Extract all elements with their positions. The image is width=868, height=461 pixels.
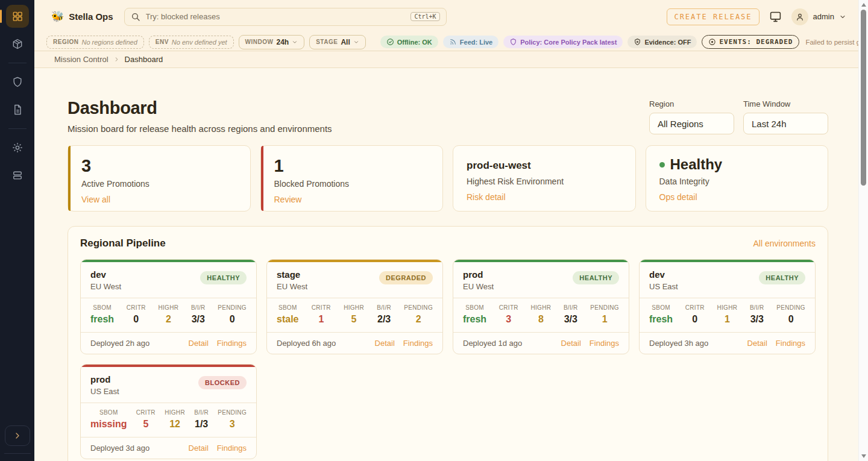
- feed-status-pill[interactable]: Feed: Live: [443, 36, 498, 48]
- sidebar-expand-button[interactable]: [5, 425, 30, 446]
- grid-icon: [11, 10, 24, 22]
- findings-link[interactable]: Findings: [403, 339, 433, 348]
- findings-link[interactable]: Findings: [776, 339, 805, 348]
- review-link[interactable]: Review: [274, 195, 302, 204]
- package-icon: [11, 38, 24, 50]
- stage-name: dev: [90, 269, 121, 280]
- global-search[interactable]: Ctrl+K: [124, 8, 447, 26]
- scroll-up-arrow[interactable]: [861, 3, 866, 7]
- region-filter-pill[interactable]: REGION No regions defined: [46, 36, 144, 49]
- header-actions: CREATE RELEASE admin: [667, 8, 846, 25]
- status-badge: DEGRADED: [379, 271, 433, 284]
- stat-value: 0: [127, 314, 146, 325]
- user-menu[interactable]: admin: [791, 8, 846, 25]
- scroll-down-arrow[interactable]: [861, 454, 866, 458]
- view-all-link[interactable]: View all: [81, 195, 110, 204]
- stat-value: 2: [404, 314, 433, 325]
- detail-link[interactable]: Detail: [747, 339, 767, 348]
- pipeline-card: prod EU West HEALTHY SBOMfresh CRITR3 HI…: [453, 259, 629, 354]
- page-title: Dashboard: [68, 98, 332, 118]
- app-window: 🐝 Stella Ops Ctrl+K CREATE RELEASE: [0, 0, 868, 461]
- scrollbar-thumb[interactable]: [861, 10, 866, 186]
- findings-link[interactable]: Findings: [217, 444, 247, 453]
- ops-detail-link[interactable]: Ops detail: [659, 192, 697, 202]
- sidebar-item-security[interactable]: [6, 71, 29, 93]
- sidebar-item-settings[interactable]: [6, 136, 29, 159]
- breadcrumb-current: Dashboard: [125, 55, 163, 64]
- stat-value: fresh: [463, 314, 486, 325]
- status-badge: HEALTHY: [200, 271, 247, 284]
- pipeline-card: stage EU West DEGRADED SBOMstale CRITR1 …: [266, 259, 443, 354]
- detail-link[interactable]: Detail: [375, 339, 395, 348]
- stat-label: CRITR: [127, 304, 146, 311]
- display-mode-button[interactable]: [769, 10, 782, 23]
- rss-icon: [449, 38, 457, 46]
- sidebar-item-documents[interactable]: [6, 98, 29, 121]
- region-name: US East: [90, 387, 119, 396]
- summary-label: Highest Risk Environment: [467, 177, 622, 186]
- all-environments-link[interactable]: All environments: [753, 239, 816, 248]
- monitor-icon: [769, 10, 782, 23]
- pipeline-card: dev US East HEALTHY SBOMfresh CRITR0 HIG…: [639, 259, 816, 354]
- findings-link[interactable]: Findings: [590, 339, 619, 348]
- env-filter-pill[interactable]: ENV No env defined yet: [149, 36, 234, 49]
- stat-label: SBOM: [463, 304, 486, 311]
- search-input[interactable]: [146, 12, 406, 21]
- stat-label: PENDING: [776, 304, 805, 311]
- sidebar-divider: [8, 63, 27, 63]
- events-status-text: EVENTS: DEGRADED: [719, 38, 793, 46]
- sidebar-item-dashboard[interactable]: [6, 5, 29, 28]
- deployed-time: Deployed 1d ago: [463, 339, 522, 348]
- avatar: [791, 8, 808, 25]
- detail-link[interactable]: Detail: [561, 339, 581, 348]
- stat-value: 3/3: [750, 314, 764, 325]
- username: admin: [813, 12, 834, 21]
- events-status-pill[interactable]: EVENTS: DEGRADED: [702, 35, 799, 49]
- app-name: Stella Ops: [69, 11, 113, 22]
- deployed-time: Deployed 6h ago: [277, 339, 336, 348]
- chevron-down-icon: [292, 39, 298, 45]
- sidebar-divider: [4, 453, 31, 454]
- stat-value: 8: [531, 314, 552, 325]
- stat-value: 0: [776, 314, 805, 325]
- evidence-status-pill[interactable]: Evidence: OFF: [627, 36, 697, 48]
- findings-link[interactable]: Findings: [217, 339, 247, 348]
- status-badge: HEALTHY: [573, 271, 619, 284]
- stat-value: 0: [685, 314, 705, 325]
- pipeline-card: prod US East BLOCKED SBOMmissing CRITR5 …: [80, 364, 257, 459]
- shield-x-icon: [634, 38, 641, 46]
- pipeline-cards: dev EU West HEALTHY SBOMfresh CRITR0 HIG…: [80, 259, 816, 459]
- shield-icon: [11, 76, 24, 88]
- detail-link[interactable]: Detail: [189, 444, 209, 453]
- region-select[interactable]: All Regions: [649, 113, 734, 134]
- region-filter-value: No regions defined: [81, 39, 137, 46]
- risk-detail-link[interactable]: Risk detail: [467, 192, 506, 202]
- policy-status-pill[interactable]: Policy: Core Policy Pack latest: [503, 36, 623, 48]
- detail-link[interactable]: Detail: [189, 339, 209, 348]
- region-name: EU West: [463, 282, 494, 291]
- pipeline-card: dev EU West HEALTHY SBOMfresh CRITR0 HIG…: [80, 259, 257, 354]
- stat-value: 1: [590, 314, 619, 325]
- stat-label: B/I/R: [564, 304, 578, 311]
- check-circle-icon: [386, 38, 394, 46]
- time-window-select[interactable]: Last 24h: [743, 113, 828, 134]
- stat-value: 3/3: [191, 314, 206, 325]
- window-filter-label: WINDOW: [245, 39, 274, 45]
- time-window-filter-label: Time Window: [743, 99, 828, 108]
- stat-label: HIGHR: [344, 304, 364, 311]
- stage-filter-dropdown[interactable]: STAGE All: [309, 35, 366, 49]
- breadcrumb-parent[interactable]: Mission Control: [54, 55, 108, 64]
- summary-cards: 3 Active Promotions View all 1 Blocked P…: [68, 145, 828, 212]
- offline-status-pill[interactable]: Offline: OK: [380, 36, 438, 48]
- create-release-button[interactable]: CREATE RELEASE: [667, 8, 759, 25]
- stat-label: PENDING: [218, 409, 247, 416]
- status-badge: HEALTHY: [759, 271, 805, 284]
- app-logo: 🐝 Stella Ops: [51, 10, 113, 23]
- breadcrumb: Mission Control Dashboard: [34, 51, 858, 68]
- sidebar-item-infrastructure[interactable]: [6, 164, 29, 187]
- stat-value: 1: [717, 314, 738, 325]
- policy-status-text: Policy: Core Policy Pack latest: [520, 39, 617, 46]
- vertical-scrollbar[interactable]: [858, 0, 868, 461]
- sidebar-item-releases[interactable]: [6, 33, 29, 55]
- window-filter-dropdown[interactable]: WINDOW 24h: [239, 35, 305, 49]
